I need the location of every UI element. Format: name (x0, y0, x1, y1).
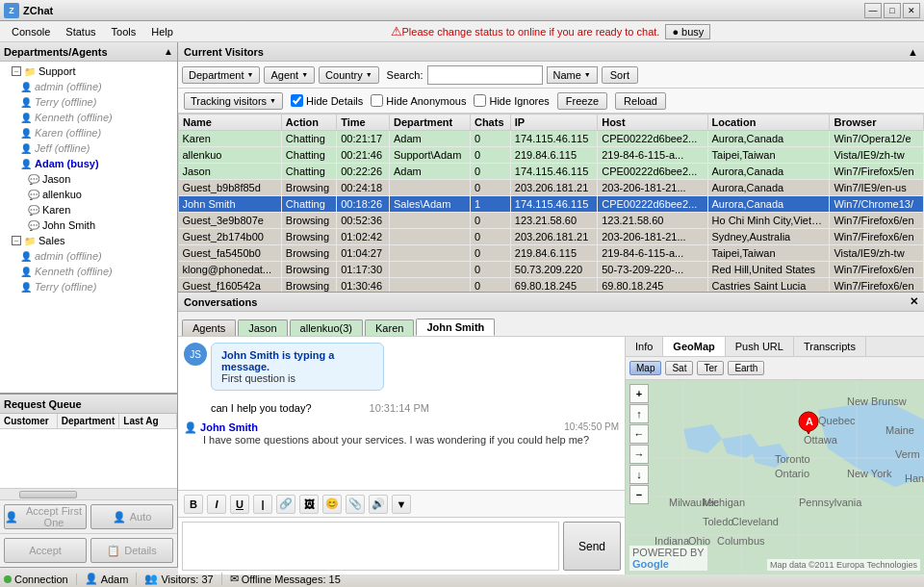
tab-pushurl[interactable]: Push URL (726, 337, 794, 356)
country-dropdown[interactable]: Country (319, 66, 378, 84)
hide-anon-checkbox[interactable]: Hide Anonymous (371, 94, 466, 107)
col-action[interactable]: Action (281, 115, 336, 131)
map-zoom-in[interactable]: + (629, 384, 649, 403)
tab-transcripts[interactable]: Transcripts (794, 337, 866, 356)
tree-jason[interactable]: 💬 Jason (25, 171, 175, 187)
sound-button[interactable]: 🔊 (369, 495, 388, 514)
accept-button[interactable]: Accept (4, 538, 87, 563)
close-button[interactable]: ✕ (903, 3, 920, 18)
visitors-collapse[interactable]: ▲ (908, 46, 918, 58)
menu-help[interactable]: Help (143, 21, 181, 41)
agent-icon: 👤 (19, 157, 33, 170)
attach-button[interactable]: 📎 (346, 495, 365, 514)
department-dropdown[interactable]: Department (182, 66, 260, 84)
map-type-sat[interactable]: Sat (665, 361, 693, 375)
map-zoom-out[interactable]: − (629, 485, 649, 504)
underline-button[interactable]: U (230, 495, 249, 514)
tree-sales-admin[interactable]: 👤 admin (offline) (17, 248, 175, 264)
col-ip[interactable]: IP (510, 115, 597, 131)
bold-button[interactable]: B (184, 495, 203, 514)
reload-button[interactable]: Reload (615, 92, 666, 110)
tree-karen-offline[interactable]: 👤 Karen (offline) (17, 125, 175, 140)
table-row[interactable]: John SmithChatting00:18:26Sales\Adam1174… (179, 196, 924, 213)
rq-col-department[interactable]: Department (58, 414, 120, 428)
tree-adam-busy[interactable]: 👤 Adam (busy) (17, 156, 175, 171)
tree-kenneth-offline[interactable]: 👤 Kenneth (offline) (17, 110, 175, 125)
tree-admin-offline[interactable]: 👤 admin (offline) (17, 79, 175, 94)
map-pan-left[interactable]: ← (629, 424, 649, 444)
send-button[interactable]: Send (563, 522, 621, 571)
details-button[interactable]: 📋 Details (90, 538, 173, 563)
tree-sales-terry[interactable]: 👤 Terry (offline) (17, 279, 175, 294)
map-type-map[interactable]: Map (629, 361, 661, 375)
agent-dropdown[interactable]: Agent (264, 66, 315, 84)
tree-sales-kenneth[interactable]: 👤 Kenneth (offline) (17, 264, 175, 279)
map-type-ter[interactable]: Ter (697, 361, 724, 375)
map-type-earth[interactable]: Earth (728, 361, 764, 375)
tree-karen[interactable]: 💬 Karen (25, 202, 175, 217)
tree-terry-offline[interactable]: 👤 Terry (offline) (17, 94, 175, 110)
collapse-arrow[interactable]: ▲ (164, 46, 173, 57)
table-row[interactable]: Guest_b9b8f85dBrowsing00:24:180203.206.1… (179, 180, 924, 196)
tree-sales[interactable]: − 📁 Sales (10, 233, 175, 248)
search-input[interactable] (427, 65, 543, 85)
rq-col-lastagent[interactable]: Last Ag (119, 414, 177, 428)
tree-john-smith[interactable]: 💬 John Smith (25, 217, 175, 233)
tab-geomap[interactable]: GeoMap (663, 337, 725, 356)
table-row[interactable]: Guest_2b174b00Browsing01:02:420203.206.1… (179, 229, 924, 245)
auto-button[interactable]: 👤 Auto (90, 504, 173, 529)
col-browser[interactable]: Browser (830, 115, 924, 131)
link-button[interactable]: 🔗 (276, 495, 295, 514)
chat-input[interactable] (182, 522, 559, 571)
conversations-tabs: Agents Jason allenkuo(3) Karen John Smit… (178, 312, 924, 337)
table-row[interactable]: Guest_fa5450b0Browsing01:04:270219.84.6.… (179, 245, 924, 262)
col-name[interactable]: Name (179, 115, 282, 131)
map-pan-right[interactable]: → (629, 445, 649, 464)
tab-info[interactable]: Info (626, 337, 663, 356)
menu-tools[interactable]: Tools (104, 21, 144, 41)
busy-status-button[interactable]: ● busy (665, 24, 710, 39)
table-row[interactable]: allenkuoChatting00:21:46Support\Adam0219… (179, 147, 924, 164)
accept-first-button[interactable]: 👤 Accept First One (4, 504, 87, 529)
image-button[interactable]: 🖼 (299, 495, 319, 514)
tab-allenkuo[interactable]: allenkuo(3) (290, 319, 363, 336)
italic-button[interactable]: I (207, 495, 226, 514)
table-row[interactable]: Guest_3e9b807eBrowsing00:52:360123.21.58… (179, 213, 924, 229)
alert-icon: ⚠ (391, 24, 402, 38)
tracking-dropdown[interactable]: Tracking visitors (184, 92, 283, 110)
col-time[interactable]: Time (337, 115, 390, 131)
table-row[interactable]: klong@phonedat...Browsing01:17:30050.73.… (179, 262, 924, 278)
tab-john-smith[interactable]: John Smith (416, 319, 495, 336)
tree-jeff-offline[interactable]: 👤 Jeff (offline) (17, 140, 175, 156)
map-pan-up[interactable]: ↑ (629, 404, 649, 423)
minimize-button[interactable]: — (864, 3, 882, 18)
menu-status[interactable]: Status (58, 21, 103, 41)
emoji-button[interactable]: 😊 (322, 495, 342, 514)
sort-button[interactable]: Sort (602, 66, 638, 84)
conv-close[interactable]: ✕ (910, 295, 918, 308)
rq-col-customer[interactable]: Customer (0, 414, 58, 428)
more-button[interactable]: ▼ (392, 495, 411, 514)
col-location[interactable]: Location (707, 115, 830, 131)
hide-ignores-checkbox[interactable]: Hide Ignores (474, 94, 549, 107)
hide-details-checkbox[interactable]: Hide Details (291, 94, 363, 107)
freeze-button[interactable]: Freeze (557, 92, 607, 110)
col-dept[interactable]: Department (390, 115, 471, 131)
table-row[interactable]: JasonChatting00:22:26Adam0174.115.46.115… (179, 164, 924, 180)
col-host[interactable]: Host (598, 115, 707, 131)
tab-karen[interactable]: Karen (365, 319, 414, 336)
table-row[interactable]: KarenChatting00:21:17Adam0174.115.46.115… (179, 131, 924, 147)
tab-jason[interactable]: Jason (238, 319, 287, 336)
map-pan-down[interactable]: ↓ (629, 465, 649, 484)
col-chats[interactable]: Chats (470, 115, 510, 131)
table-row[interactable]: Guest_f160542aBrowsing01:30:46069.80.18.… (179, 278, 924, 293)
menu-console[interactable]: Console (4, 21, 58, 41)
name-filter-dropdown[interactable]: Name (547, 66, 598, 84)
map-container[interactable]: New Brunsw Quebec Ottawa Maine Verm Han … (626, 380, 924, 574)
rq-scrollbar[interactable] (0, 488, 177, 499)
tab-agents[interactable]: Agents (182, 319, 236, 336)
tree-allenkuo[interactable]: 💬 allenkuo (25, 187, 175, 202)
tree-support[interactable]: − 📁 Support (10, 64, 175, 79)
maximize-button[interactable]: □ (884, 3, 901, 18)
person-icon: 👤 (19, 111, 33, 124)
